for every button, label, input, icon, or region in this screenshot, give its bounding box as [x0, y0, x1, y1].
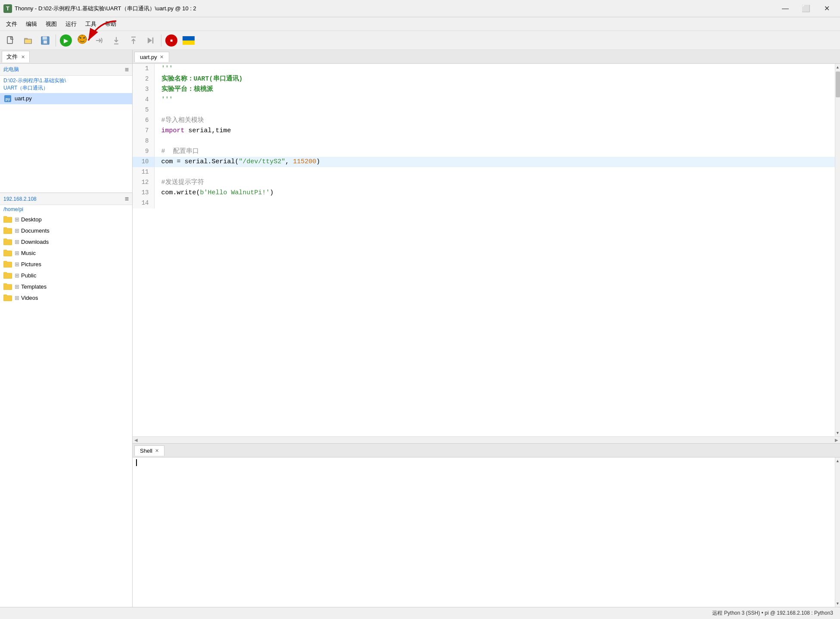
code-line-5: 5: [133, 105, 835, 115]
editor-tab-uart-py[interactable]: uart.py ✕: [134, 52, 169, 62]
editor-scrollbar[interactable]: ▲ ▼: [835, 64, 840, 436]
folder-documents-icon: [3, 226, 12, 235]
line-code-11: [154, 167, 835, 177]
step-into-btn[interactable]: [108, 33, 124, 48]
line-num-6: 6: [133, 115, 154, 126]
h-scroll-right[interactable]: ▶: [833, 438, 840, 442]
toolbar-sep-2: [161, 34, 161, 47]
svg-point-5: [78, 35, 87, 44]
step-over-btn[interactable]: [91, 33, 107, 48]
editor-tab-close[interactable]: ✕: [160, 54, 164, 60]
code-line-2: 2 实验名称：UART(串口通讯): [133, 74, 835, 84]
ukraine-flag-btn[interactable]: [180, 33, 197, 48]
scroll-up-arrow[interactable]: ▲: [835, 64, 840, 71]
folder-templates-icon: [3, 282, 12, 291]
maximize-btn[interactable]: ⬜: [796, 2, 816, 15]
line-code-4: ''': [154, 95, 835, 105]
line-code-8: [154, 136, 835, 146]
folder-documents[interactable]: ⊞ Documents: [0, 225, 132, 236]
shell-tab-bar: Shell ✕: [133, 444, 840, 457]
folder-public[interactable]: ⊞ Public: [0, 270, 132, 281]
folder-downloads[interactable]: ⊞ Downloads: [0, 236, 132, 247]
line-code-10: com = serial.Serial("/dev/ttyS2", 115200…: [154, 157, 835, 167]
svg-marker-1: [11, 37, 13, 39]
line-num-11: 11: [133, 167, 154, 177]
shell-scrollbar[interactable]: ▲ ▼: [835, 457, 840, 607]
folder-desktop[interactable]: ⊞ Desktop: [0, 214, 132, 225]
app-icon: T: [3, 4, 12, 13]
editor-area: 1 ''' 2 实验名称：UART(串口通讯) 3 实验平台：核桃派: [133, 64, 840, 436]
shell-scroll-up[interactable]: ▲: [835, 457, 840, 464]
shell-cursor: [136, 459, 137, 466]
stop-icon: ■: [165, 34, 177, 47]
scroll-down-arrow[interactable]: ▼: [835, 429, 840, 436]
scroll-thumb[interactable]: [836, 72, 840, 97]
h-scroll-left[interactable]: ◀: [133, 438, 139, 442]
stop-btn[interactable]: ■: [164, 33, 179, 48]
line-num-12: 12: [133, 177, 154, 188]
code-line-3: 3 实验平台：核桃派: [133, 84, 835, 95]
shell-scroll-down[interactable]: ▼: [835, 600, 840, 607]
local-section-header: 此电脑 ≡: [0, 64, 132, 76]
menu-run[interactable]: 运行: [61, 19, 81, 30]
editor-h-scrollbar[interactable]: ◀ ▶: [133, 436, 840, 443]
code-line-8: 8: [133, 136, 835, 146]
line-num-8: 8: [133, 136, 154, 146]
remote-file-section: 192.168.2.108 ≡ /home/pi ⊞ Desktop: [0, 193, 132, 607]
code-line-12: 12 #发送提示字符: [133, 177, 835, 188]
line-code-3: 实验平台：核桃派: [154, 84, 835, 95]
line-code-6: #导入相关模块: [154, 115, 835, 126]
remote-section-menu[interactable]: ≡: [125, 195, 129, 203]
step-out-btn[interactable]: [125, 33, 142, 48]
code-editor[interactable]: 1 ''' 2 实验名称：UART(串口通讯) 3 实验平台：核桃派: [133, 64, 835, 436]
save-file-btn[interactable]: [37, 33, 53, 48]
line-num-5: 5: [133, 105, 154, 115]
line-num-9: 9: [133, 146, 154, 157]
folder-templates[interactable]: ⊞ Templates: [0, 281, 132, 292]
menu-view[interactable]: 视图: [41, 19, 61, 30]
minimize-btn[interactable]: —: [775, 2, 795, 15]
shell-tab[interactable]: Shell ✕: [134, 445, 164, 456]
code-line-7: 7 import serial,time: [133, 126, 835, 136]
menu-edit[interactable]: 编辑: [22, 19, 41, 30]
svg-rect-4: [43, 40, 47, 44]
debug-btn[interactable]: [74, 33, 90, 48]
code-line-11: 11: [133, 167, 835, 177]
files-tab[interactable]: 文件 ✕: [2, 51, 30, 62]
line-code-7: import serial,time: [154, 126, 835, 136]
line-num-7: 7: [133, 126, 154, 136]
line-code-12: #发送提示字符: [154, 177, 835, 188]
resume-btn[interactable]: [143, 33, 159, 48]
menu-tools[interactable]: 工具: [81, 19, 101, 30]
main-area: 文件 ✕ 此电脑 ≡ D:\02-示例程序\1.基础实验\UART（串口通讯） …: [0, 50, 840, 607]
close-btn[interactable]: ✕: [817, 2, 837, 15]
shell-panel: Shell ✕ ▲ ▼: [133, 443, 840, 607]
local-section-menu[interactable]: ≡: [125, 66, 129, 74]
menu-help[interactable]: 帮助: [101, 19, 121, 30]
folder-music[interactable]: ⊞ Music: [0, 247, 132, 258]
menu-file[interactable]: 文件: [2, 19, 22, 30]
code-line-9: 9 # 配置串口: [133, 146, 835, 157]
code-line-1: 1 ''': [133, 64, 835, 74]
file-entry-uart-py[interactable]: py uart.py: [0, 93, 132, 104]
status-text: 远程 Python 3 (SSH) • pi @ 192.168.2.108 :…: [712, 610, 833, 617]
left-panel: 文件 ✕ 此电脑 ≡ D:\02-示例程序\1.基础实验\UART（串口通讯） …: [0, 50, 133, 607]
files-tab-close[interactable]: ✕: [21, 54, 25, 59]
title-bar: T Thonny - D:\02-示例程序\1.基础实验\UART（串口通讯）\…: [0, 0, 840, 17]
new-file-btn[interactable]: [3, 33, 19, 48]
shell-content[interactable]: [133, 457, 835, 607]
play-icon: ▶: [60, 34, 72, 47]
open-file-btn[interactable]: [20, 33, 36, 48]
folder-pictures[interactable]: ⊞ Pictures: [0, 258, 132, 270]
toolbar-sep-1: [56, 34, 56, 47]
file-name-uart-py: uart.py: [15, 95, 32, 102]
remote-path[interactable]: /home/pi: [0, 205, 132, 214]
folder-public-icon: [3, 271, 12, 280]
svg-rect-3: [43, 37, 47, 40]
folder-templates-label: Templates: [21, 283, 46, 290]
shell-tab-close[interactable]: ✕: [155, 448, 159, 454]
right-panel: uart.py ✕ 1 ''' 2 实验名称：UART(串口通讯): [133, 50, 840, 607]
folder-videos[interactable]: ⊞ Videos: [0, 292, 132, 303]
run-btn[interactable]: ▶: [58, 33, 74, 48]
local-path[interactable]: D:\02-示例程序\1.基础实验\UART（串口通讯）: [0, 76, 132, 93]
